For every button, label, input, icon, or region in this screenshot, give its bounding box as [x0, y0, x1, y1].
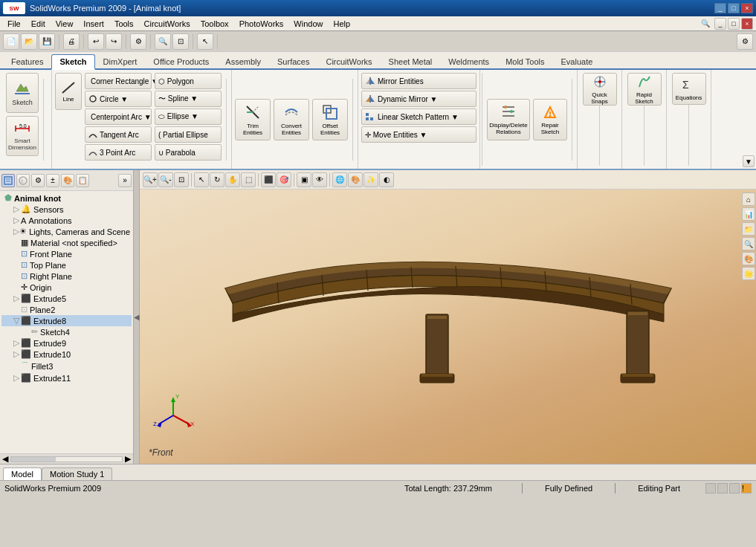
status-icon2[interactable] [717, 483, 728, 493]
appearance-manager-button[interactable]: 🎨 [61, 174, 74, 187]
appearance-button[interactable]: 🎨 [348, 172, 363, 187]
repair-sketch-button[interactable]: RepairSketch [533, 99, 567, 140]
dynamic-mirror-button[interactable]: Dynamic Mirror ▼ [361, 91, 476, 107]
linear-sketch-pattern-button[interactable]: Linear Sketch Pattern ▼ [361, 109, 476, 125]
tree-extrude9[interactable]: ▷ ⬛ Extrude9 [1, 337, 132, 349]
redo-button[interactable]: ↪ [106, 33, 122, 50]
close-button[interactable]: × [741, 3, 753, 13]
scroll-track[interactable] [10, 456, 123, 462]
titlebar-close2[interactable]: × [741, 18, 753, 30]
tree-fillet3[interactable]: ⌒ Fillet3 [1, 360, 132, 372]
tree-scrollbar[interactable]: ◀ ▶ [0, 453, 133, 464]
tree-sketch4[interactable]: ✏ Sketch4 [1, 326, 132, 337]
tab-motion-study-1[interactable]: Motion Study 1 [42, 467, 112, 480]
menu-file[interactable]: File [3, 18, 25, 30]
titlebar-min2[interactable]: _ [714, 18, 726, 30]
tab-weldments[interactable]: Weldments [440, 54, 497, 68]
tree-root[interactable]: ⬟ Animal knot [1, 192, 132, 204]
view-orientation-button[interactable]: 🎯 [277, 172, 291, 187]
select-button[interactable]: ↖ [197, 33, 213, 50]
tab-evaluate[interactable]: Evaluate [553, 54, 601, 68]
spline-button[interactable]: 〜 Spline ▼ [155, 91, 222, 107]
zoom-box-button[interactable]: ⬚ [241, 172, 256, 187]
smart-dimension-button[interactable]: 5.0 Smart Dimension [6, 116, 39, 156]
trim-entities-button[interactable]: TrimEntities [235, 99, 271, 140]
feature-manager-button[interactable] [1, 174, 15, 187]
tree-extrude11[interactable]: ▷ ⬛ Extrude11 [1, 372, 132, 383]
partial-ellipse-button[interactable]: ( Partial Ellipse [155, 126, 222, 143]
tree-sensors[interactable]: ▷ 🔔 Sensors [1, 204, 132, 215]
right-scene-button[interactable]: 🌟 [742, 267, 755, 280]
tree-extrude8[interactable]: ▽ ⬛ Extrude8 [1, 315, 132, 326]
move-entities-button[interactable]: ✛ Move Entities ▼ [361, 126, 476, 143]
titlebar-controls[interactable]: _ □ × [714, 3, 753, 13]
rectangle-button[interactable]: Corner Rectangle ▼ [85, 73, 152, 89]
tab-assembly[interactable]: Assembly [217, 54, 269, 68]
ellipse-button[interactable]: ⬭ Ellipse ▼ [155, 109, 222, 125]
open-button[interactable]: 📂 [21, 33, 37, 50]
3point-arc-button[interactable]: 3 Point Arc [85, 144, 152, 161]
menu-photoworks[interactable]: PhotoWorks [235, 18, 288, 30]
tree-material[interactable]: ▦ Material <not specified> [1, 237, 132, 248]
realview-button[interactable]: ✨ [364, 172, 378, 187]
collapse-handle[interactable]: ◀ [134, 170, 140, 464]
convert-entities-button[interactable]: ConvertEntities [274, 99, 309, 140]
tree-annotations[interactable]: ▷ A Annotations [1, 215, 132, 226]
tab-mold-tools[interactable]: Mold Tools [497, 54, 552, 68]
display-style-button[interactable]: ▣ [297, 172, 311, 187]
menu-help[interactable]: Help [329, 18, 355, 30]
menu-circuitworks[interactable]: CircuitWorks [140, 18, 195, 30]
line-button[interactable]: Line [55, 73, 82, 110]
new-button[interactable]: 📄 [3, 33, 19, 50]
tree-extrude10[interactable]: ▷ ⬛ Extrude10 [1, 349, 132, 360]
status-icon1[interactable] [705, 483, 716, 493]
fit-button[interactable]: ⊡ [172, 33, 189, 50]
rebuild-button[interactable]: ⚙ [130, 33, 146, 50]
zoom-button[interactable]: 🔍 [155, 33, 171, 50]
rotate-button[interactable]: ↻ [210, 172, 224, 187]
tree-lights[interactable]: ▷ ☀ Lights, Cameras and Scene [1, 226, 132, 237]
display-delete-relations-button[interactable]: Display/DeleteRelations [487, 99, 530, 140]
tree-extrude5[interactable]: ▷ ⬛ Extrude5 [1, 293, 132, 304]
zoom-out-button[interactable]: 🔍- [158, 172, 173, 187]
tree-origin[interactable]: ✛ Origin [1, 282, 132, 293]
status-icon3[interactable] [729, 483, 740, 493]
tab-sketch[interactable]: Sketch [51, 54, 94, 70]
tree-front-plane[interactable]: ⊡ Front Plane [1, 248, 132, 259]
menu-tools[interactable]: Tools [110, 18, 138, 30]
scroll-left[interactable]: ◀ [0, 454, 10, 464]
menu-insert[interactable]: Insert [79, 18, 109, 30]
options-button[interactable]: ⚙ [737, 33, 753, 50]
quick-snaps-button[interactable]: QuickSnaps [583, 73, 617, 106]
sketch-button[interactable]: Sketch [6, 73, 39, 113]
right-search-button[interactable]: 🔍 [742, 237, 755, 250]
tree-top-plane[interactable]: ⊡ Top Plane [1, 259, 132, 271]
select-mode-button[interactable]: ↖ [194, 172, 209, 187]
dim-expert-button[interactable]: ± [46, 174, 59, 187]
menu-view[interactable]: View [51, 18, 78, 30]
parabola-button[interactable]: ∪ Parabola [155, 144, 222, 161]
custom-manager-button[interactable]: 📋 [76, 174, 89, 187]
tangent-arc-button[interactable]: Tangent Arc [85, 126, 152, 143]
tab-dimxpert[interactable]: DimXpert [95, 54, 146, 68]
restore-button[interactable]: □ [728, 3, 740, 13]
tree-plane2[interactable]: ⊡ Plane2 [1, 304, 132, 315]
ribbon-expand-button[interactable]: ▼ [743, 155, 755, 167]
menu-window[interactable]: Window [289, 18, 327, 30]
status-icon-warning[interactable]: ! [741, 483, 752, 493]
tab-circuitworks[interactable]: CircuitWorks [317, 54, 380, 68]
pan-button[interactable]: ✋ [225, 172, 240, 187]
titlebar-max2[interactable]: □ [728, 18, 740, 30]
scroll-thumb[interactable] [11, 457, 56, 462]
mirror-entities-button[interactable]: Mirror Entities [361, 73, 476, 89]
right-folder-button[interactable]: 📁 [742, 222, 755, 236]
tab-sheet-metal[interactable]: Sheet Metal [381, 54, 441, 68]
zoom-fit-vp-button[interactable]: ⊡ [174, 172, 189, 187]
zoom-in-button[interactable]: 🔍+ [143, 172, 158, 187]
section-view-button[interactable]: ⬛ [261, 172, 276, 187]
save-button[interactable]: 💾 [39, 33, 55, 50]
scene-bg-button[interactable]: 🌐 [332, 172, 347, 187]
tree-expand-button[interactable]: » [118, 174, 132, 187]
equations-button[interactable]: Σ Equations [672, 73, 706, 105]
centerpoint-arc-button[interactable]: Centerpoint Arc ▼ [85, 109, 152, 125]
